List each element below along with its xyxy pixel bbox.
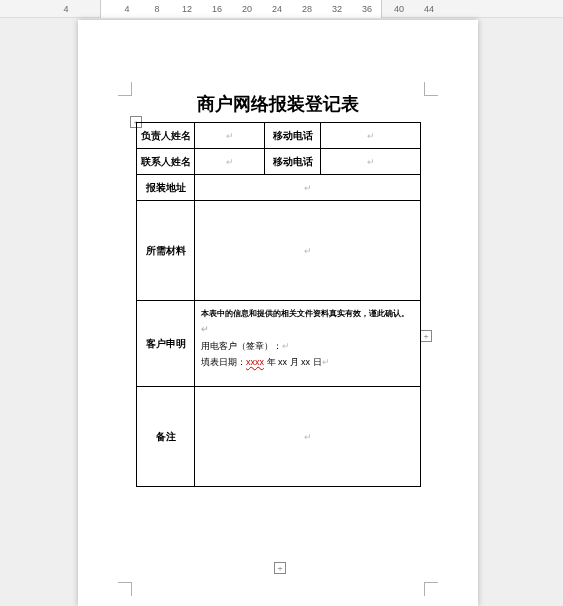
ruler-number: 16	[212, 4, 222, 14]
value-owner-name[interactable]: ↵	[195, 123, 265, 149]
label-owner-name: 负责人姓名	[137, 123, 195, 149]
declaration-line1: 本表中的信息和提供的相关文件资料真实有效，谨此确认。↵	[201, 307, 414, 338]
label-contact-phone: 移动电话	[265, 149, 321, 175]
table-add-col-handle[interactable]: +	[420, 330, 432, 342]
ruler-number: 4	[124, 4, 129, 14]
ruler-number: 28	[302, 4, 312, 14]
page-title: 商户网络报装登记表	[78, 92, 478, 116]
ruler-number: 20	[242, 4, 252, 14]
ruler-number: 40	[394, 4, 404, 14]
horizontal-ruler: 448121620242832364044	[0, 0, 563, 18]
value-contact-name[interactable]: ↵	[195, 149, 265, 175]
label-owner-phone: 移动电话	[265, 123, 321, 149]
ruler-number: 24	[272, 4, 282, 14]
label-address: 报装地址	[137, 175, 195, 201]
ruler-number: 12	[182, 4, 192, 14]
label-materials: 所需材料	[137, 201, 195, 301]
table-row: 负责人姓名 ↵ 移动电话 ↵	[137, 123, 421, 149]
table-row: 报装地址 ↵	[137, 175, 421, 201]
declaration-line2: 用电客户（签章）：↵	[201, 338, 414, 354]
declaration-line3: 填表日期：xxxx 年 xx 月 xx 日↵	[201, 354, 414, 370]
value-contact-phone[interactable]: ↵	[321, 149, 421, 175]
label-contact-name: 联系人姓名	[137, 149, 195, 175]
value-address[interactable]: ↵	[195, 175, 421, 201]
value-declaration[interactable]: 本表中的信息和提供的相关文件资料真实有效，谨此确认。↵ 用电客户（签章）：↵ 填…	[195, 301, 421, 387]
registration-table[interactable]: 负责人姓名 ↵ 移动电话 ↵ 联系人姓名 ↵ 移动电话 ↵ 报装地址 ↵ 所需材…	[136, 122, 421, 487]
ruler-number: 32	[332, 4, 342, 14]
table-row: 所需材料 ↵	[137, 201, 421, 301]
margin-corner-bl	[118, 582, 132, 596]
ruler-number: 4	[63, 4, 68, 14]
value-remark[interactable]: ↵	[195, 387, 421, 487]
value-owner-phone[interactable]: ↵	[321, 123, 421, 149]
label-declaration: 客户申明	[137, 301, 195, 387]
ruler-number: 36	[362, 4, 372, 14]
margin-corner-br	[424, 582, 438, 596]
table-row: 客户申明 本表中的信息和提供的相关文件资料真实有效，谨此确认。↵ 用电客户（签章…	[137, 301, 421, 387]
ruler-number: 8	[154, 4, 159, 14]
document-workspace: 商户网络报装登记表 + + + 负责人姓名 ↵ 移动电话 ↵ 联系人姓名 ↵ 移…	[0, 18, 563, 606]
table-row: 联系人姓名 ↵ 移动电话 ↵	[137, 149, 421, 175]
table-add-row-handle[interactable]: +	[274, 562, 286, 574]
label-remark: 备注	[137, 387, 195, 487]
ruler-number: 44	[424, 4, 434, 14]
page: 商户网络报装登记表 + + + 负责人姓名 ↵ 移动电话 ↵ 联系人姓名 ↵ 移…	[78, 20, 478, 606]
value-materials[interactable]: ↵	[195, 201, 421, 301]
table-row: 备注 ↵	[137, 387, 421, 487]
